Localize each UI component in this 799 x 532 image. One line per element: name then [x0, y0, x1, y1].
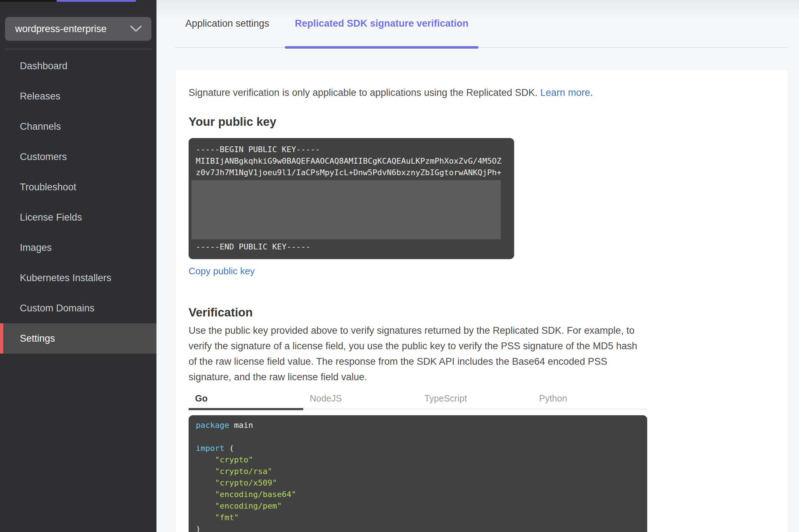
code-line-blank	[196, 431, 647, 443]
sidebar-divider	[5, 49, 151, 49]
sidebar: wordpress-enterprise Dashboard Releases …	[0, 0, 156, 532]
sidebar-item-troubleshoot[interactable]: Troubleshoot	[0, 172, 156, 202]
chevron-down-icon	[130, 25, 142, 32]
sidebar-item-releases[interactable]: Releases	[0, 81, 156, 111]
top-strip-dark	[0, 0, 57, 2]
code-keyword: package	[196, 421, 229, 430]
app-selector-value: wordpress-enterprise	[15, 23, 107, 35]
main-area: Application settings Replicated SDK sign…	[156, 0, 799, 532]
sidebar-item-images[interactable]: Images	[0, 232, 156, 263]
language-tab-python[interactable]: Python	[533, 388, 647, 409]
sidebar-nav: Dashboard Releases Channels Customers Tr…	[0, 51, 156, 354]
code-line: package main	[196, 420, 647, 431]
sidebar-item-customers[interactable]: Customers	[0, 142, 156, 172]
public-key-heading: Your public key	[189, 115, 648, 129]
intro-paragraph: Signature verification is only applicabl…	[189, 86, 648, 99]
code-line: )	[196, 523, 647, 532]
tab-replicated-sdk-signature-verification[interactable]: Replicated SDK signature verification	[285, 0, 479, 47]
tab-application-settings[interactable]: Application settings	[175, 0, 279, 47]
sidebar-item-kubernetes-installers[interactable]: Kubernetes Installers	[0, 263, 156, 293]
code-import-line: "encoding/pem"	[196, 500, 647, 512]
key-begin-line: -----BEGIN PUBLIC KEY-----	[196, 144, 514, 155]
code-import-line: "crypto/rsa"	[196, 466, 647, 477]
language-tabbar: Go NodeJS TypeScript Python	[189, 388, 647, 409]
language-tab-nodejs[interactable]: NodeJS	[303, 388, 418, 409]
learn-more-link[interactable]: Learn more	[540, 87, 590, 98]
sidebar-item-dashboard[interactable]: Dashboard	[0, 51, 156, 81]
copy-public-key-link[interactable]: Copy public key	[189, 266, 255, 277]
app-selector-dropdown[interactable]: wordpress-enterprise	[5, 17, 151, 41]
content-card: Signature verification is only applicabl…	[175, 69, 788, 532]
code-import-line: "crypto/x509"	[196, 477, 647, 489]
language-tab-typescript[interactable]: TypeScript	[418, 388, 533, 409]
intro-text: Signature verification is only applicabl…	[189, 87, 538, 98]
top-strip-accent	[57, 0, 136, 2]
code-line: import (	[196, 443, 647, 454]
key-end-line: -----END PUBLIC KEY-----	[196, 241, 514, 253]
code-text: main	[229, 421, 253, 430]
code-text: (	[224, 444, 234, 453]
settings-tabbar: Application settings Replicated SDK sign…	[175, 0, 788, 48]
verification-description: Use the public key provided above to ver…	[189, 323, 647, 385]
key-line: MIIBIjANBgkqhkiG9w0BAQEFAAOCAQ8AMIIBCgKC…	[196, 155, 514, 167]
redacted-key-overlay	[191, 180, 501, 239]
go-code-block: package main import ( "crypto" "crypto/r…	[189, 415, 647, 532]
language-tab-go[interactable]: Go	[189, 388, 303, 409]
code-import-line: "fmt"	[196, 512, 647, 523]
sidebar-item-license-fields[interactable]: License Fields	[0, 202, 156, 232]
sidebar-item-channels[interactable]: Channels	[0, 111, 156, 142]
code-import-line: "encoding/base64"	[196, 489, 647, 500]
sidebar-item-custom-domains[interactable]: Custom Domains	[0, 293, 156, 323]
intro-suffix: .	[590, 87, 593, 98]
code-keyword: import	[196, 444, 224, 453]
verification-heading: Verification	[189, 306, 648, 319]
public-key-block: -----BEGIN PUBLIC KEY----- MIIBIjANBgkqh…	[189, 138, 514, 259]
sidebar-item-settings[interactable]: Settings	[0, 323, 156, 354]
key-line: z0v7Jh7M1NgV1joeu9l1/IaCPsMpyIcL+Dnw5Pdv…	[196, 167, 514, 178]
code-import-line: "crypto"	[196, 454, 647, 466]
